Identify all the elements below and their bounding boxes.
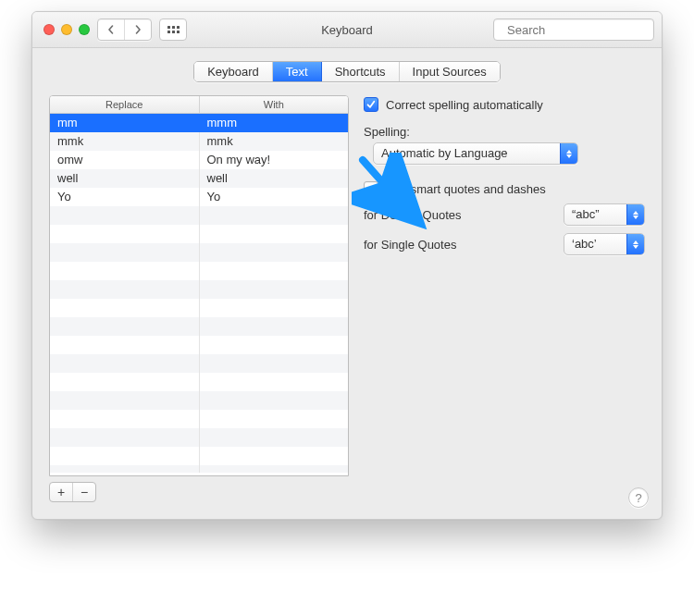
cell-with: Yo xyxy=(199,188,349,206)
help-button[interactable]: ? xyxy=(628,487,649,508)
spelling-heading: Spelling: xyxy=(364,125,645,139)
stepper-arrows-icon xyxy=(560,143,577,164)
column-header-with[interactable]: With xyxy=(199,96,349,113)
close-window-button[interactable] xyxy=(43,24,55,35)
nav-back-forward xyxy=(97,18,152,41)
minimize-window-button[interactable] xyxy=(61,24,72,35)
tab-shortcuts[interactable]: Shortcuts xyxy=(322,62,400,81)
table-header: Replace With xyxy=(50,96,348,114)
correct-spelling-row[interactable]: Correct spelling automatically xyxy=(364,97,645,112)
window-body: Keyboard Text Shortcuts Input Sources Re… xyxy=(32,48,662,519)
double-quotes-select[interactable]: “abc” xyxy=(564,203,645,226)
preferences-window: Keyboard Keyboard Text Shortcuts Input S… xyxy=(31,11,663,520)
chevron-right-icon xyxy=(133,25,143,34)
add-remove-buttons: + − xyxy=(49,482,96,502)
cell-with: well xyxy=(199,169,349,188)
text-options: Correct spelling automatically Spelling:… xyxy=(364,95,645,255)
cell-replace: mmk xyxy=(50,132,199,151)
text-replacement-panel: Replace With mm mmm mmk xyxy=(49,95,349,502)
cell-with: mmk xyxy=(199,132,349,151)
text-replacement-table[interactable]: Replace With mm mmm mmk xyxy=(49,95,349,476)
search-input[interactable] xyxy=(505,22,663,38)
back-button[interactable] xyxy=(98,19,124,40)
smart-quotes-checkbox[interactable] xyxy=(364,181,378,196)
table-row[interactable]: mm mmm xyxy=(50,114,348,132)
cell-replace: omw xyxy=(50,151,199,169)
forward-button[interactable] xyxy=(124,19,151,40)
correct-spelling-checkbox[interactable] xyxy=(364,97,378,112)
grid-icon xyxy=(167,26,180,33)
single-quotes-value: ‘abc’ xyxy=(564,234,626,254)
cell-replace: Yo xyxy=(50,188,199,206)
table-row[interactable]: omw On my way! xyxy=(50,151,348,169)
cell-replace: mm xyxy=(50,114,199,132)
double-quotes-label: for Double Quotes xyxy=(364,208,564,222)
chevron-left-icon xyxy=(106,25,116,34)
column-header-replace[interactable]: Replace xyxy=(50,96,199,113)
tab-input-sources[interactable]: Input Sources xyxy=(400,62,500,81)
checkmark-icon xyxy=(366,100,376,109)
add-button[interactable]: + xyxy=(50,483,72,501)
search-field[interactable] xyxy=(493,18,654,41)
table-row[interactable]: mmk mmk xyxy=(50,132,348,151)
double-quotes-value: “abc” xyxy=(564,204,626,225)
stepper-arrows-icon xyxy=(626,234,644,254)
window-titlebar: Keyboard xyxy=(32,12,662,48)
spelling-select[interactable]: Automatic by Language xyxy=(373,142,578,165)
cell-with: On my way! xyxy=(199,151,349,169)
settings-tabs: Keyboard Text Shortcuts Input Sources xyxy=(49,61,645,82)
show-all-button[interactable] xyxy=(159,18,187,41)
single-quotes-label: for Single Quotes xyxy=(364,238,564,252)
double-quotes-row: for Double Quotes “abc” xyxy=(364,203,645,226)
smart-quotes-row[interactable]: Use smart quotes and dashes xyxy=(364,181,645,196)
zoom-window-button[interactable] xyxy=(79,24,90,35)
stepper-arrows-icon xyxy=(626,204,644,225)
cell-with: mmm xyxy=(199,114,349,132)
single-quotes-select[interactable]: ‘abc’ xyxy=(564,233,645,255)
single-quotes-row: for Single Quotes ‘abc’ xyxy=(364,233,645,255)
table-row[interactable]: Yo Yo xyxy=(50,188,348,206)
remove-button[interactable]: − xyxy=(72,483,95,501)
tab-text[interactable]: Text xyxy=(273,62,322,81)
table-row[interactable]: well well xyxy=(50,169,348,188)
traffic-lights xyxy=(40,24,90,35)
correct-spelling-label: Correct spelling automatically xyxy=(386,98,543,112)
smart-quotes-label: Use smart quotes and dashes xyxy=(386,182,546,196)
spelling-value: Automatic by Language xyxy=(374,143,560,164)
cell-replace: well xyxy=(50,169,199,188)
tab-keyboard[interactable]: Keyboard xyxy=(194,62,273,81)
